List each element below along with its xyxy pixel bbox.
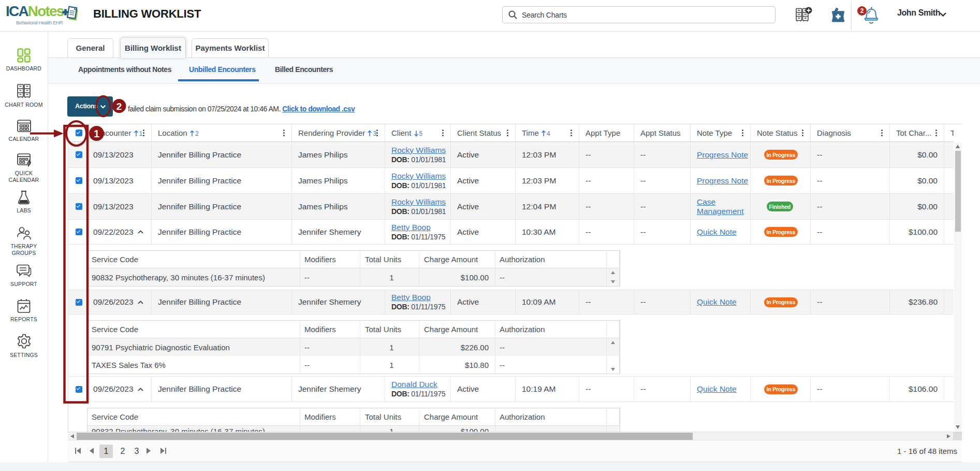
svg-text:2: 2 xyxy=(116,101,122,112)
